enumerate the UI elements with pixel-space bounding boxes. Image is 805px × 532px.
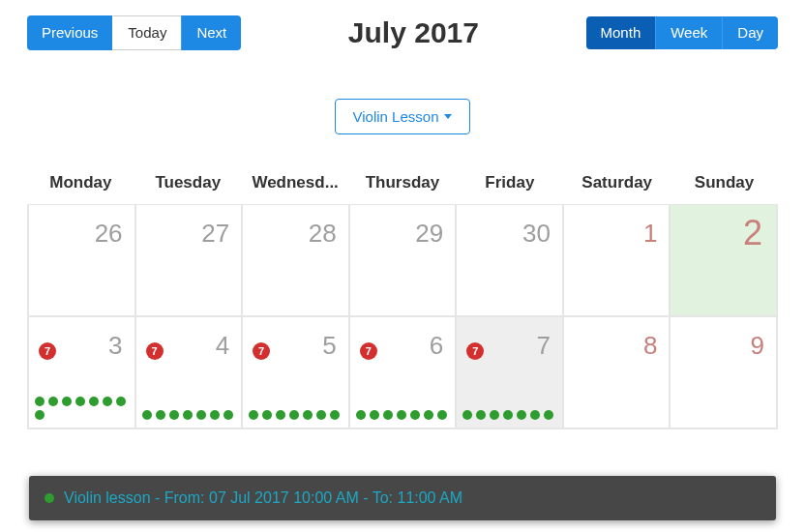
calendar-cell[interactable]: 1 [563,204,671,316]
calendar-cell[interactable]: 47 [135,316,243,429]
event-dot-icon[interactable] [224,410,233,420]
next-button[interactable]: Next [181,15,241,50]
day-number: 9 [751,331,764,361]
event-dot-icon[interactable] [103,397,112,406]
calendar-cell[interactable]: 57 [242,316,349,429]
day-number: 5 [322,331,336,361]
event-dots [356,410,450,420]
day-number: 7 [536,331,550,361]
event-dot-icon[interactable] [544,410,553,420]
calendar-cell[interactable]: 8 [563,316,671,429]
event-dot-icon[interactable] [276,410,285,420]
day-number: 1 [643,219,657,249]
day-number: 29 [415,219,443,249]
event-dot-icon[interactable] [503,410,513,420]
lesson-filter-dropdown[interactable]: Violin Lesson [335,99,471,134]
event-tooltip: Violin lesson - From: 07 Jul 2017 10:00 … [29,476,776,520]
event-dot-icon[interactable] [530,410,540,420]
event-count-badge: 7 [360,342,377,360]
event-dot-icon[interactable] [249,410,258,420]
calendar-header: Monday Tuesday Wednesd... Thursday Frida… [27,173,778,204]
calendar-cell[interactable]: 37 [28,316,135,429]
day-number: 28 [309,219,337,249]
nav-group: Previous Today Next [27,15,241,50]
event-dot-icon[interactable] [262,410,272,420]
event-dot-icon[interactable] [517,410,526,420]
day-number: 26 [95,219,123,249]
calendar-cell[interactable]: 9 [670,316,777,429]
event-dot-icon[interactable] [303,410,313,420]
calendar-app: Previous Today Next July 2017 Month Week… [0,0,805,532]
calendar-cell[interactable]: 26 [28,204,135,316]
event-count-badge: 7 [253,342,270,360]
chevron-down-icon [444,114,452,119]
calendar-cell[interactable]: 67 [349,316,457,429]
calendar-body: 262728293012374757677789 [28,204,777,429]
event-dot-icon[interactable] [476,410,486,420]
view-group: Month Week Day [586,16,778,49]
event-dot-icon[interactable] [316,410,326,420]
filter-row: Violin Lesson [27,99,778,134]
event-dots [462,410,556,420]
calendar-cell[interactable]: 2 [670,204,777,316]
event-dot-icon[interactable] [35,397,45,406]
day-header: Friday [456,173,563,204]
event-dot-icon[interactable] [330,410,340,420]
lesson-filter-label: Violin Lesson [353,108,439,125]
calendar-cell[interactable]: 77 [456,316,563,429]
event-count-badge: 7 [39,342,56,360]
view-month-button[interactable]: Month [586,16,656,49]
day-number: 8 [643,331,657,361]
event-dot-icon[interactable] [35,410,45,420]
day-number: 4 [216,331,229,361]
event-dot-icon[interactable] [116,397,126,406]
event-dot-icon[interactable] [490,410,499,420]
event-count-badge: 7 [146,342,164,360]
event-dot-icon[interactable] [462,410,472,420]
day-number: 30 [522,219,551,249]
day-header: Thursday [349,173,457,204]
day-number: 27 [201,219,229,249]
event-dot-icon[interactable] [142,410,152,420]
day-header: Tuesday [134,173,242,204]
day-number: 3 [108,331,122,361]
event-dot-icon[interactable] [89,397,99,406]
today-button[interactable]: Today [112,15,181,50]
event-dot-icon[interactable] [48,397,58,406]
day-number: 2 [743,213,762,253]
event-dot-icon[interactable] [383,410,393,420]
view-week-button[interactable]: Week [655,16,722,49]
calendar-cell[interactable]: 27 [135,204,243,316]
event-dots [142,410,236,420]
calendar-cell[interactable]: 30 [456,204,563,316]
event-dot-icon[interactable] [437,410,447,420]
event-dot-icon[interactable] [75,397,85,406]
calendar-cell[interactable]: 29 [349,204,457,316]
event-dot-icon[interactable] [397,410,406,420]
event-dot-icon[interactable] [370,410,379,420]
day-number: 6 [430,331,443,361]
event-dot-icon[interactable] [183,410,193,420]
event-dot-icon[interactable] [169,410,179,420]
calendar: Monday Tuesday Wednesd... Thursday Frida… [27,173,778,429]
day-header: Saturday [563,173,671,204]
day-header: Wednesd... [242,173,349,204]
page-title: July 2017 [348,16,479,49]
event-dot-icon[interactable] [196,410,206,420]
event-dot-icon[interactable] [289,410,299,420]
event-dots [249,410,343,420]
event-dot-icon[interactable] [156,410,165,420]
event-dot-icon[interactable] [62,397,72,406]
toolbar: Previous Today Next July 2017 Month Week… [27,15,778,50]
event-dot-icon[interactable] [410,410,420,420]
event-dot-icon[interactable] [210,410,220,420]
previous-button[interactable]: Previous [27,15,112,50]
event-dots [35,397,129,420]
calendar-cell[interactable]: 28 [242,204,349,316]
day-header: Monday [27,173,134,204]
event-tooltip-text: Violin lesson - From: 07 Jul 2017 10:00 … [64,489,462,507]
event-dot-icon[interactable] [424,410,433,420]
view-day-button[interactable]: Day [722,16,778,49]
event-count-badge: 7 [466,342,484,360]
event-dot-icon[interactable] [356,410,366,420]
